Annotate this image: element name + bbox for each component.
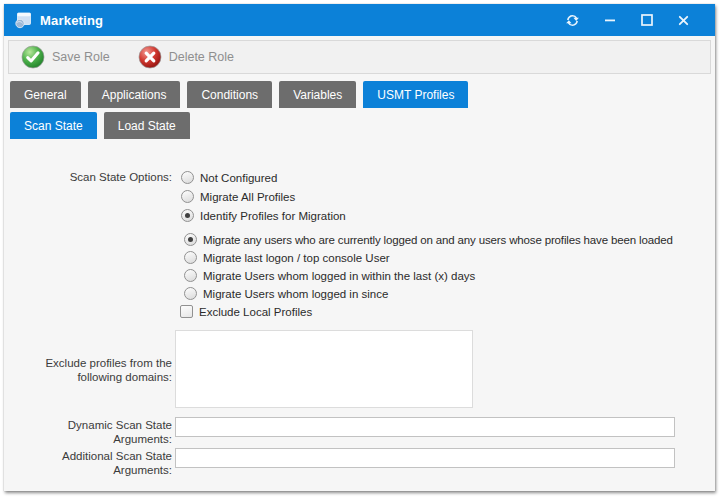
tab-label: Load State bbox=[118, 119, 176, 133]
radio-label: Not Configured bbox=[200, 172, 277, 184]
refresh-icon[interactable] bbox=[565, 13, 580, 28]
close-icon[interactable] bbox=[676, 13, 691, 28]
tab-scan-state[interactable]: Scan State bbox=[10, 112, 97, 139]
save-role-button[interactable]: Save Role bbox=[21, 45, 110, 69]
window-title: Marketing bbox=[40, 13, 103, 28]
radio-migrate-last-x-days[interactable]: Migrate Users whom logged in within the … bbox=[184, 269, 475, 282]
check-circle-icon bbox=[21, 45, 45, 69]
window-controls bbox=[565, 13, 705, 28]
delete-role-button[interactable]: Delete Role bbox=[138, 45, 234, 69]
tab-variables[interactable]: Variables bbox=[279, 81, 356, 108]
label-line: Arguments: bbox=[4, 432, 172, 446]
checkbox-exclude-local-profiles[interactable]: Exclude Local Profiles bbox=[180, 305, 312, 318]
radio-label: Migrate All Profiles bbox=[200, 191, 295, 203]
maximize-icon[interactable] bbox=[639, 13, 654, 28]
radio-icon bbox=[184, 251, 197, 264]
checkbox-label: Exclude Local Profiles bbox=[199, 306, 312, 318]
label-line: Additional Scan State bbox=[4, 449, 172, 463]
titlebar: Marketing bbox=[4, 4, 715, 36]
radio-migrate-all-profiles[interactable]: Migrate All Profiles bbox=[181, 190, 295, 203]
label-line: Dynamic Scan State bbox=[4, 418, 172, 432]
additional-scan-state-arguments-input[interactable] bbox=[175, 448, 675, 468]
tab-general[interactable]: General bbox=[10, 81, 81, 108]
sub-tabs: Scan State Load State bbox=[10, 112, 190, 139]
radio-label: Migrate last logon / top console User bbox=[203, 252, 390, 264]
role-editor-window: Marketing bbox=[4, 4, 715, 491]
app-window-globe-icon bbox=[14, 11, 32, 29]
radio-label: Migrate any users who are currently logg… bbox=[203, 234, 673, 246]
radio-icon bbox=[181, 209, 194, 222]
tab-label: General bbox=[24, 88, 67, 102]
tab-label: Applications bbox=[102, 88, 167, 102]
radio-icon bbox=[184, 233, 197, 246]
x-circle-icon bbox=[138, 45, 162, 69]
delete-role-label: Delete Role bbox=[169, 50, 234, 64]
radio-label: Migrate Users whom logged in within the … bbox=[203, 270, 475, 282]
radio-icon bbox=[184, 269, 197, 282]
tab-conditions[interactable]: Conditions bbox=[187, 81, 272, 108]
tab-label: Scan State bbox=[24, 119, 83, 133]
checkbox-icon bbox=[180, 305, 193, 318]
radio-label: Migrate Users whom logged in since bbox=[203, 288, 388, 300]
radio-icon bbox=[181, 171, 194, 184]
radio-not-configured[interactable]: Not Configured bbox=[181, 171, 277, 184]
radio-migrate-last-logon[interactable]: Migrate last logon / top console User bbox=[184, 251, 390, 264]
tab-label: Variables bbox=[293, 88, 342, 102]
label-line: Arguments: bbox=[4, 463, 172, 477]
save-role-label: Save Role bbox=[52, 50, 110, 64]
scan-state-options-label: Scan State Options: bbox=[4, 170, 172, 184]
exclude-domains-label: Exclude profiles from the following doma… bbox=[4, 356, 172, 384]
radio-icon bbox=[184, 287, 197, 300]
radio-migrate-logged-on-users[interactable]: Migrate any users who are currently logg… bbox=[184, 233, 673, 246]
additional-scan-state-arguments-label: Additional Scan State Arguments: bbox=[4, 449, 172, 477]
tab-usmt-profiles[interactable]: USMT Profiles bbox=[363, 81, 468, 108]
label-line: Exclude profiles from the bbox=[4, 356, 172, 370]
radio-label: Identify Profiles for Migration bbox=[200, 210, 346, 222]
tab-label: Conditions bbox=[201, 88, 258, 102]
tab-applications[interactable]: Applications bbox=[88, 81, 181, 108]
main-tabs: General Applications Conditions Variable… bbox=[10, 81, 468, 108]
dynamic-scan-state-arguments-label: Dynamic Scan State Arguments: bbox=[4, 418, 172, 446]
minimize-icon[interactable] bbox=[602, 13, 617, 28]
dynamic-scan-state-arguments-input[interactable] bbox=[175, 417, 675, 437]
label-line: following domains: bbox=[4, 370, 172, 384]
toolbar: Save Role Delete Role bbox=[8, 40, 711, 74]
tab-label: USMT Profiles bbox=[377, 88, 454, 102]
exclude-domains-textarea[interactable] bbox=[175, 330, 473, 408]
tab-load-state[interactable]: Load State bbox=[104, 112, 190, 139]
radio-identify-profiles[interactable]: Identify Profiles for Migration bbox=[181, 209, 346, 222]
radio-migrate-since[interactable]: Migrate Users whom logged in since bbox=[184, 287, 388, 300]
radio-icon bbox=[181, 190, 194, 203]
